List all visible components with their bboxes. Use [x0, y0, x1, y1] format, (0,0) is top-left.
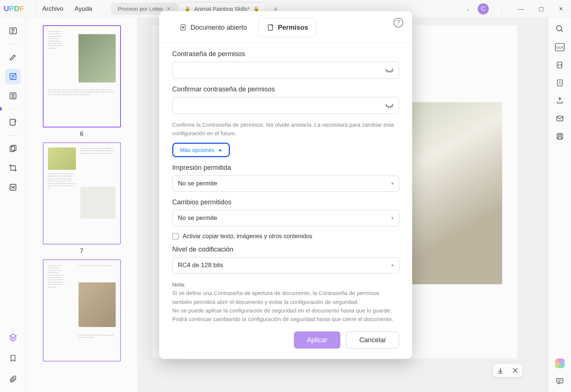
- permissions-password-label: Contraseña de permisos: [172, 50, 399, 58]
- modal-tabs: Documento abierto Permisos: [159, 18, 412, 43]
- select-value: RC4 de 128 bits: [178, 262, 223, 269]
- chevron-down-icon: ▾: [391, 216, 394, 221]
- note-text: Si se define una Contraseña de apertura …: [172, 289, 399, 306]
- tab-label: Permisos: [278, 24, 308, 32]
- changes-allowed-select[interactable]: No se permite ▾: [172, 210, 399, 226]
- select-value: No se permite: [178, 180, 217, 187]
- permissions-modal: ? Documento abierto Permisos Contraseña …: [159, 11, 412, 359]
- modal-footer: Aplicar Cancelar: [159, 329, 412, 349]
- modal-body: Contraseña de permisos Confirmar contras…: [159, 43, 412, 278]
- confirm-password-label: Confirmar contraseña de permisos: [172, 85, 399, 93]
- permissions-password-input[interactable]: [172, 62, 399, 79]
- svg-rect-17: [181, 25, 185, 30]
- encryption-level-label: Nivel de codificación: [172, 246, 399, 253]
- checkbox-label: Activar copiar texto, imágenes y otros c…: [183, 233, 312, 240]
- tab-document-open[interactable]: Documento abierto: [171, 18, 255, 37]
- note-text: No se puede aplicar la configuración de …: [172, 306, 399, 324]
- apply-button[interactable]: Aplicar: [294, 331, 340, 349]
- encryption-level-select[interactable]: RC4 de 128 bits ▾: [172, 257, 399, 273]
- tab-label: Documento abierto: [190, 24, 247, 32]
- note-section: Nota: Si se define una Contraseña de ape…: [159, 278, 412, 329]
- enable-copy-checkbox[interactable]: Activar copiar texto, imágenes y otros c…: [172, 233, 399, 240]
- changes-allowed-label: Cambios permitidos: [172, 198, 399, 206]
- printing-allowed-select[interactable]: No se permite ▾: [172, 175, 399, 192]
- more-options-toggle[interactable]: Más opciones: [172, 143, 230, 157]
- document-icon: [179, 23, 187, 32]
- caret-up-icon: [218, 149, 222, 151]
- printing-allowed-label: Impresión permitida: [172, 164, 399, 172]
- chevron-down-icon: ▾: [391, 181, 394, 186]
- confirm-hint: Confirme la Contraseña de permisos. No o…: [172, 121, 399, 137]
- permissions-icon: [267, 23, 274, 32]
- confirm-password-input[interactable]: [172, 97, 399, 114]
- more-options-label: Más opciones: [180, 147, 215, 153]
- eye-icon[interactable]: [385, 102, 394, 109]
- tab-permissions[interactable]: Permisos: [258, 18, 317, 37]
- help-icon[interactable]: ?: [394, 18, 403, 27]
- note-label: Nota:: [172, 280, 399, 289]
- select-value: No se permite: [178, 214, 217, 222]
- chevron-down-icon: ▾: [391, 263, 394, 268]
- cancel-button[interactable]: Cancelar: [346, 331, 399, 349]
- checkbox-box: [172, 233, 179, 240]
- eye-icon[interactable]: [385, 67, 394, 74]
